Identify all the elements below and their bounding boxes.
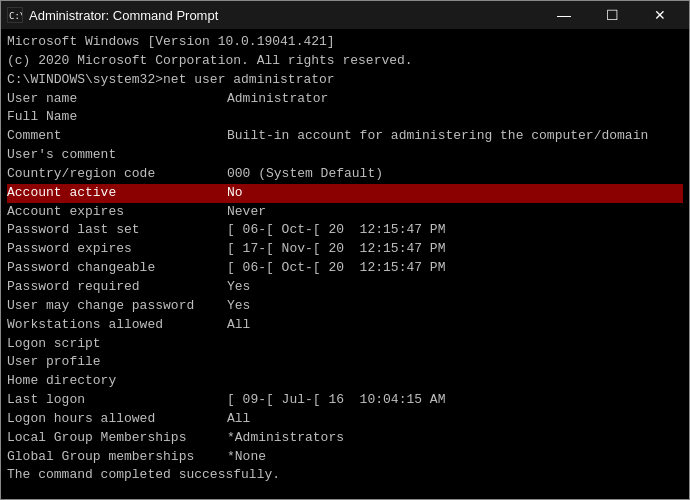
svg-text:C:\: C:\	[9, 11, 22, 21]
col1: Comment	[7, 127, 227, 146]
col2: Built-in account for administering the c…	[227, 128, 648, 143]
col2: *Administrators	[227, 430, 344, 445]
col1: Global Group memberships	[7, 448, 227, 467]
col1: Workstations allowed	[7, 316, 227, 335]
col1: User may change password	[7, 297, 227, 316]
col1: Logon hours allowed	[7, 410, 227, 429]
col1: Account active	[7, 184, 227, 203]
console-line: Microsoft Windows [Version 10.0.19041.42…	[7, 33, 683, 52]
col1: Home directory	[7, 372, 227, 391]
cmd-icon: C:\	[7, 7, 23, 23]
title-bar-left: C:\ Administrator: Command Prompt	[7, 7, 218, 23]
col2: [ 17-[ Nov-[ 20 12:15:47 PM	[227, 241, 445, 256]
col2: [ 09-[ Jul-[ 16 10:04:15 AM	[227, 392, 445, 407]
console-line: User's comment	[7, 146, 683, 165]
close-button[interactable]: ✕	[637, 5, 683, 25]
col2: All	[227, 317, 250, 332]
col1: Password last set	[7, 221, 227, 240]
col2: 000 (System Default)	[227, 166, 383, 181]
col1: Logon script	[7, 335, 227, 354]
console-line: Account activeNo	[7, 184, 683, 203]
col1: Country/region code	[7, 165, 227, 184]
console-line: Logon script	[7, 335, 683, 354]
title-bar: C:\ Administrator: Command Prompt — ☐ ✕	[1, 1, 689, 29]
maximize-button[interactable]: ☐	[589, 5, 635, 25]
col1: User profile	[7, 353, 227, 372]
console-line: Full Name	[7, 108, 683, 127]
window: C:\ Administrator: Command Prompt — ☐ ✕ …	[0, 0, 690, 500]
minimize-button[interactable]: —	[541, 5, 587, 25]
col2: *None	[227, 449, 266, 464]
col1: User's comment	[7, 146, 227, 165]
console-line: Password expires[ 17-[ Nov-[ 20 12:15:47…	[7, 240, 683, 259]
col1: Local Group Memberships	[7, 429, 227, 448]
console-line: Account expiresNever	[7, 203, 683, 222]
col1: Password changeable	[7, 259, 227, 278]
console-line: CommentBuilt-in account for administerin…	[7, 127, 683, 146]
col2: Yes	[227, 298, 250, 313]
col2: No	[227, 185, 243, 200]
console-line: Password changeable[ 06-[ Oct-[ 20 12:15…	[7, 259, 683, 278]
console-line: Password requiredYes	[7, 278, 683, 297]
col1: Password required	[7, 278, 227, 297]
console-line: Home directory	[7, 372, 683, 391]
col2: Administrator	[227, 91, 328, 106]
console-line: (c) 2020 Microsoft Corporation. All righ…	[7, 52, 683, 71]
console-line: Country/region code000 (System Default)	[7, 165, 683, 184]
console-line: User profile	[7, 353, 683, 372]
window-title: Administrator: Command Prompt	[29, 8, 218, 23]
console-line: Logon hours allowedAll	[7, 410, 683, 429]
console-line: Global Group memberships*None	[7, 448, 683, 467]
window-controls: — ☐ ✕	[541, 5, 683, 25]
console-line: User may change passwordYes	[7, 297, 683, 316]
console-line: C:\WINDOWS\system32>net user administrat…	[7, 71, 683, 90]
col2: [ 06-[ Oct-[ 20 12:15:47 PM	[227, 222, 445, 237]
col2: Yes	[227, 279, 250, 294]
col1: Full Name	[7, 108, 227, 127]
console-line: Password last set[ 06-[ Oct-[ 20 12:15:4…	[7, 221, 683, 240]
col1: Account expires	[7, 203, 227, 222]
col1: Last logon	[7, 391, 227, 410]
col2: [ 06-[ Oct-[ 20 12:15:47 PM	[227, 260, 445, 275]
console-line: Workstations allowedAll	[7, 316, 683, 335]
console-line: The command completed successfully.	[7, 466, 683, 485]
col1: Password expires	[7, 240, 227, 259]
col2: Never	[227, 204, 266, 219]
col1: User name	[7, 90, 227, 109]
console-line: Last logon[ 09-[ Jul-[ 16 10:04:15 AM	[7, 391, 683, 410]
console-line: User nameAdministrator	[7, 90, 683, 109]
col2: All	[227, 411, 250, 426]
console-line: Local Group Memberships*Administrators	[7, 429, 683, 448]
console-output: Microsoft Windows [Version 10.0.19041.42…	[1, 29, 689, 499]
